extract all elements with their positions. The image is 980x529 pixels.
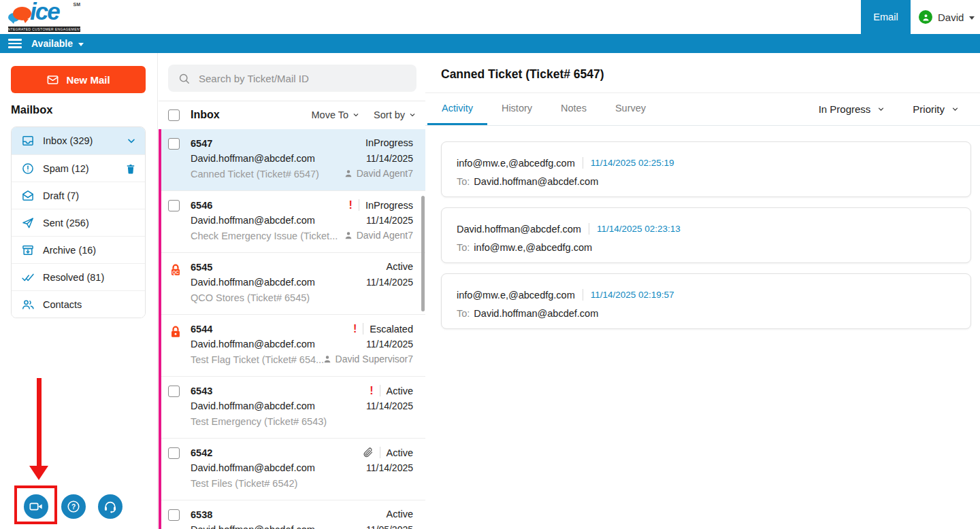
ticket-agent: David Agent7 — [357, 168, 413, 179]
ticket-email: David.hoffman@abcdef.com — [191, 339, 315, 349]
ticket-priority-dropdown[interactable]: Priority — [913, 103, 960, 115]
ticket-row-6545[interactable]: QC6545David.hoffman@abcdef.comQCO Stores… — [159, 253, 425, 315]
divider — [359, 199, 359, 211]
attachment-icon — [362, 447, 374, 458]
divider — [363, 323, 363, 335]
ticket-date: 11/14/2025 — [366, 215, 413, 226]
user-avatar-icon — [919, 10, 932, 24]
sidebar-item-label: Spam (12) — [43, 163, 89, 174]
ticket-list-panel: Inbox Move To Sort by 6547David.hoffman@… — [159, 53, 425, 529]
sort-by-dropdown[interactable]: Sort by — [374, 109, 416, 120]
svg-text:QC: QC — [172, 270, 179, 275]
ticket-email: David.hoffman@abcdef.com — [191, 524, 315, 529]
search-icon — [178, 72, 191, 85]
sidebar-item-spam[interactable]: Spam (12) — [12, 154, 145, 182]
ticket-detail-panel: Canned Ticket (Ticket# 6547) ActivityHis… — [425, 53, 980, 529]
tab-email[interactable]: Email — [861, 0, 911, 34]
logo-sm-mark: SM — [74, 2, 81, 7]
message-from: info@mw.e,@abcedfg.com — [457, 290, 575, 301]
ticket-status: InProgress — [365, 200, 413, 211]
ticket-row-6544[interactable]: 6544David.hoffman@abcdef.comTest Flag Ti… — [159, 315, 425, 377]
ticket-row-6542[interactable]: 6542David.hoffman@abcdef.comTest Files (… — [159, 439, 425, 500]
select-all-checkbox[interactable] — [168, 109, 180, 121]
to-label: To: — [457, 176, 470, 187]
ticket-id: 6544 — [191, 324, 212, 335]
to-label: To: — [457, 308, 470, 319]
help-icon: ? — [66, 499, 81, 514]
availability-dropdown[interactable]: Available — [31, 38, 84, 49]
row-checkbox[interactable] — [168, 138, 180, 150]
help-button[interactable]: ? — [61, 494, 86, 519]
ticket-row-6538[interactable]: 6538David.hoffman@abcdef.comActive11/05/… — [159, 500, 425, 529]
hamburger-menu-icon[interactable] — [8, 39, 22, 48]
message-card[interactable]: info@mw.e,@abcedfg.com11/14/2025 02:19:5… — [441, 273, 971, 329]
row-checkbox[interactable] — [168, 200, 180, 211]
sidebar-item-label: Archive (16) — [43, 245, 96, 256]
ticket-status-dropdown[interactable]: In Progress — [819, 103, 886, 115]
chevron-down-icon — [877, 105, 885, 114]
tab-notes[interactable]: Notes — [546, 93, 601, 125]
sidebar-item-label: Inbox (329) — [43, 135, 93, 146]
agent-icon — [323, 354, 332, 364]
user-menu[interactable]: David — [919, 0, 975, 34]
ticket-row-6546[interactable]: 6546David.hoffman@abcdef.comCheck Emerge… — [159, 191, 425, 253]
tab-activity[interactable]: Activity — [427, 93, 487, 125]
row-checkbox[interactable] — [168, 447, 180, 459]
top-bar: ice SM INTEGRATED CUSTOMER ENGAGEMENT Em… — [0, 0, 980, 34]
sidebar: New Mail Mailbox Inbox (329)Spam (12)Dra… — [0, 53, 158, 529]
sidebar-item-sent[interactable]: Sent (256) — [12, 209, 145, 236]
annotation-arrow-head — [29, 466, 48, 480]
search-input[interactable] — [199, 73, 403, 84]
ticket-id: 6547 — [191, 138, 212, 149]
move-to-label: Move To — [312, 109, 349, 120]
ticket-id: 6538 — [191, 509, 212, 520]
scrollbar-thumb[interactable] — [421, 196, 425, 311]
inbox-icon — [21, 134, 35, 148]
move-to-dropdown[interactable]: Move To — [312, 109, 361, 120]
chevron-down-icon — [352, 111, 360, 119]
list-title: Inbox — [191, 109, 220, 121]
new-mail-button[interactable]: New Mail — [11, 66, 146, 93]
logo-bubble-orange-icon — [13, 7, 31, 20]
ticket-status: Active — [387, 447, 414, 458]
app-root: ice SM INTEGRATED CUSTOMER ENGAGEMENT Em… — [0, 0, 980, 529]
message-from: info@mw.e,@abcedfg.com — [457, 158, 575, 169]
row-checkbox[interactable] — [168, 386, 180, 397]
support-button[interactable] — [98, 494, 122, 519]
ticket-row-6547[interactable]: 6547David.hoffman@abcdef.comCanned Ticke… — [159, 129, 425, 191]
sidebar-item-draft[interactable]: Draft (7) — [12, 182, 145, 209]
tab-survey[interactable]: Survey — [601, 93, 660, 125]
mailbox-heading: Mailbox — [11, 103, 52, 116]
sent-icon — [21, 216, 35, 230]
ticket-id: 6546 — [191, 200, 212, 211]
message-timestamp: 11/14/2025 02:19:57 — [591, 290, 674, 300]
chevron-down-icon[interactable] — [126, 135, 137, 146]
row-checkbox[interactable] — [168, 509, 180, 521]
divider — [380, 447, 380, 458]
message-card[interactable]: info@mw.e,@abcedfg.com11/14/2025 02:25:1… — [441, 141, 971, 197]
ticket-row-6543[interactable]: 6543David.hoffman@abcdef.comTest Emergen… — [159, 377, 425, 439]
mailbox-menu: Inbox (329)Spam (12)Draft (7)Sent (256)A… — [11, 126, 146, 318]
ticket-title: Canned Ticket (Ticket# 6547) — [441, 67, 604, 82]
ticket-subject: Test Emergency (Ticket# 6543) — [191, 416, 327, 427]
draft-icon — [21, 189, 35, 203]
tab-history[interactable]: History — [487, 93, 546, 125]
annotation-highlight-box — [14, 485, 57, 524]
urgent-icon: ! — [349, 200, 353, 211]
sidebar-item-label: Sent (256) — [43, 218, 89, 228]
sidebar-item-contacts[interactable]: Contacts — [12, 290, 145, 318]
ticket-email: David.hoffman@abcdef.com — [191, 153, 315, 164]
app-logo: ice SM INTEGRATED CUSTOMER ENGAGEMENT — [7, 2, 83, 33]
ticket-agent: David Supervisor7 — [336, 354, 413, 364]
trash-icon[interactable] — [125, 163, 137, 175]
message-card[interactable]: David.hoffman@abcdef.com11/14/2025 02:23… — [441, 207, 971, 263]
sidebar-item-inbox[interactable]: Inbox (329) — [12, 127, 145, 154]
lock-qc-icon: QC — [168, 262, 183, 278]
message-from: David.hoffman@abcdef.com — [457, 224, 581, 235]
sidebar-item-resolved[interactable]: Resolved (81) — [12, 263, 145, 290]
support-headset-icon — [103, 499, 118, 514]
ticket-status-label: In Progress — [819, 103, 871, 115]
message-to: David.hoffman@abcdef.com — [474, 176, 598, 187]
sidebar-item-archive[interactable]: Archive (16) — [12, 236, 145, 263]
ticket-subject: Canned Ticket (Ticket# 6547) — [191, 169, 319, 180]
